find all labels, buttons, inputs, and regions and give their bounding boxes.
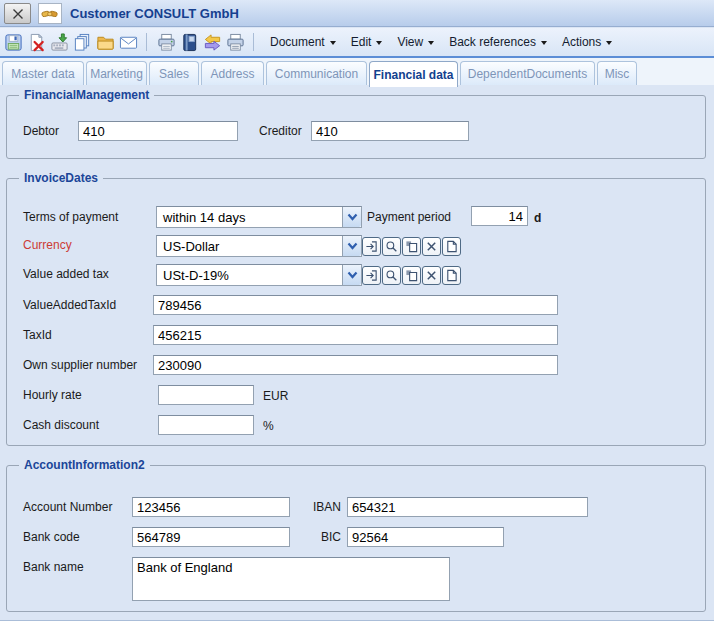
journal-button[interactable]: [179, 32, 199, 52]
paste-icon: [405, 240, 418, 253]
section-account-information-legend: AccountInformation2: [19, 458, 150, 472]
value-added-tax-id-label: ValueAddedTaxId: [23, 298, 116, 312]
menu-document[interactable]: Document: [270, 35, 336, 49]
chevron-down-icon: [330, 41, 336, 45]
paste-button[interactable]: [402, 237, 421, 256]
value-added-tax-lookup-buttons: [362, 266, 461, 285]
menu-actions[interactable]: Actions: [562, 35, 612, 49]
chevron-down-icon: [376, 41, 382, 45]
menu-actions-label: Actions: [562, 35, 601, 49]
keyboard-input-icon: [50, 33, 69, 52]
combo-dropdown-button[interactable]: [342, 207, 361, 227]
paste-button[interactable]: [402, 266, 421, 285]
toolbar-separator: [253, 33, 254, 51]
tab-address[interactable]: Address: [201, 61, 264, 85]
bic-input[interactable]: [347, 527, 504, 547]
search-button[interactable]: [382, 237, 401, 256]
value-added-tax-id-input[interactable]: [153, 295, 558, 315]
bank-code-input[interactable]: [132, 527, 290, 547]
section-invoice-dates: InvoiceDates Terms of payment within 14 …: [6, 178, 706, 446]
clear-button[interactable]: [422, 237, 441, 256]
transfer-arrows-button[interactable]: [202, 32, 222, 52]
hourly-rate-label: Hourly rate: [23, 388, 82, 402]
bank-name-textarea[interactable]: [132, 557, 450, 601]
value-added-tax-combobox[interactable]: USt-D-19%: [156, 264, 362, 286]
combo-dropdown-button[interactable]: [342, 236, 361, 256]
keyboard-input-button[interactable]: [49, 32, 69, 52]
tax-id-label: TaxId: [23, 328, 52, 342]
bank-name-label: Bank name: [23, 560, 84, 574]
currency-label: Currency: [23, 238, 72, 252]
copy-button[interactable]: [72, 32, 92, 52]
account-number-input[interactable]: [132, 497, 290, 517]
value-added-tax-label: Value added tax: [23, 267, 109, 281]
transfer-arrows-icon: [203, 33, 222, 52]
tab-sales[interactable]: Sales: [149, 61, 199, 85]
new-document-button[interactable]: [442, 266, 461, 285]
menu-edit-label: Edit: [351, 35, 372, 49]
search-button[interactable]: [382, 266, 401, 285]
delete-document-icon: [27, 33, 46, 52]
print-icon: [157, 33, 176, 52]
creditor-label: Creditor: [259, 124, 302, 138]
tab-marketing[interactable]: Marketing: [86, 61, 147, 85]
currency-lookup-buttons: [362, 237, 461, 256]
tab-communication[interactable]: Communication: [266, 61, 367, 85]
tab-dependent-documents[interactable]: DependentDocuments: [460, 61, 595, 85]
hourly-rate-input[interactable]: [158, 385, 254, 405]
section-financial-management-legend: FinancialManagement: [19, 88, 154, 102]
own-supplier-number-input[interactable]: [153, 355, 558, 375]
chevron-down-icon: [347, 271, 358, 279]
handshake-icon: [41, 6, 59, 21]
journal-icon: [180, 33, 199, 52]
bic-label: BIC: [281, 530, 341, 544]
close-button[interactable]: [4, 3, 31, 24]
new-document-button[interactable]: [442, 237, 461, 256]
menu-back-references[interactable]: Back references: [449, 35, 547, 49]
terms-of-payment-combobox[interactable]: within 14 days: [156, 206, 362, 228]
cash-discount-unit: %: [263, 419, 274, 433]
tax-id-input[interactable]: [153, 325, 558, 345]
new-document-icon: [445, 269, 458, 282]
goto-reference-icon: [365, 269, 378, 282]
copy-icon: [73, 33, 92, 52]
debtor-label: Debtor: [23, 124, 59, 138]
iban-input[interactable]: [347, 497, 588, 517]
search-icon: [385, 240, 398, 253]
tab-master-data[interactable]: Master data: [2, 61, 84, 85]
print-button[interactable]: [156, 32, 176, 52]
payment-period-input[interactable]: [471, 206, 528, 226]
delete-document-button[interactable]: [26, 32, 46, 52]
menu-back-references-label: Back references: [449, 35, 536, 49]
payment-period-label: Payment period: [367, 210, 451, 224]
iban-label: IBAN: [281, 500, 341, 514]
goto-reference-button[interactable]: [362, 237, 381, 256]
creditor-input[interactable]: [311, 121, 469, 141]
clear-button[interactable]: [422, 266, 441, 285]
clear-icon: [425, 240, 438, 253]
mail-icon: [119, 33, 138, 52]
clear-icon: [425, 269, 438, 282]
combo-dropdown-button[interactable]: [342, 265, 361, 285]
mail-button[interactable]: [118, 32, 138, 52]
menu-edit[interactable]: Edit: [351, 35, 383, 49]
tab-financial-data[interactable]: Financial data: [369, 61, 458, 87]
account-number-label: Account Number: [23, 500, 112, 514]
cash-discount-input[interactable]: [158, 415, 254, 435]
toolbar: Document Edit View Back references Actio…: [0, 28, 714, 56]
chevron-down-icon: [347, 242, 358, 250]
section-account-information: AccountInformation2 Account Number IBAN …: [6, 465, 706, 612]
print-list-button[interactable]: [225, 32, 245, 52]
title-bar: Customer CONSULT GmbH: [0, 0, 714, 27]
terms-of-payment-value: within 14 days: [163, 210, 245, 225]
close-icon: [11, 7, 25, 21]
print-list-icon: [226, 33, 245, 52]
save-button[interactable]: [3, 32, 23, 52]
payment-period-unit: d: [534, 211, 541, 225]
menu-view[interactable]: View: [397, 35, 434, 49]
goto-reference-button[interactable]: [362, 266, 381, 285]
open-folder-button[interactable]: [95, 32, 115, 52]
debtor-input[interactable]: [78, 121, 238, 141]
tab-misc[interactable]: Misc: [597, 61, 637, 85]
currency-combobox[interactable]: US-Dollar: [156, 235, 362, 257]
